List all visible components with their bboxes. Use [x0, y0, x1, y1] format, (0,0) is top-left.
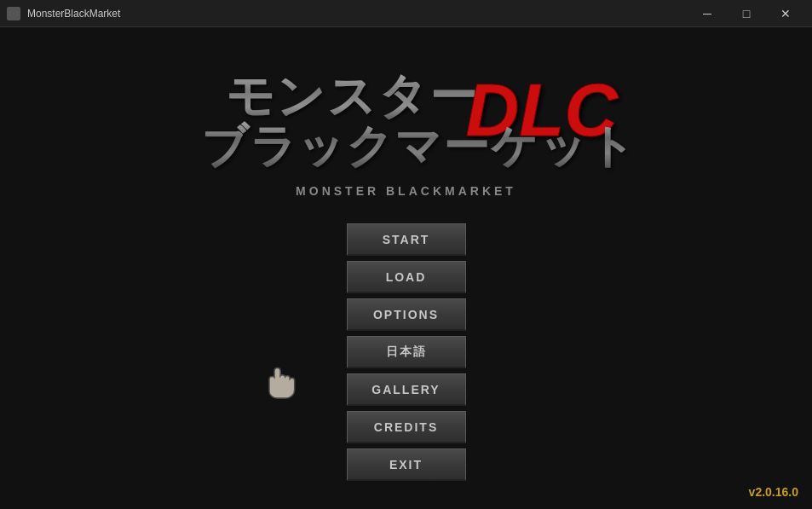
app-icon [7, 7, 20, 20]
window-title: MonsterBlackMarket [27, 8, 120, 20]
maximize-button[interactable]: □ [727, 0, 766, 27]
logo-svg: モンスター DLC ブラックマーケット [168, 61, 645, 181]
close-button[interactable]: ✕ [766, 0, 805, 27]
main-content: モンスター DLC ブラックマーケット MONSTER BLACKMARKET … [0, 27, 812, 509]
subtitle-text: MONSTER BLACKMARKET [296, 184, 516, 198]
svg-text:ブラックマーケット: ブラックマーケット [200, 120, 636, 171]
gallery-button[interactable]: GALLERY [347, 373, 466, 406]
menu-buttons: START LOAD OPTIONS 日本語 GALLERY CREDITS E… [347, 223, 466, 481]
title-bar: MonsterBlackMarket ─ □ ✕ [0, 0, 812, 27]
svg-text:モンスター: モンスター [225, 69, 479, 123]
options-button[interactable]: OPTIONS [347, 298, 466, 331]
minimize-button[interactable]: ─ [688, 0, 727, 27]
language-button[interactable]: 日本語 [347, 336, 466, 368]
title-bar-left: MonsterBlackMarket [7, 7, 120, 20]
logo-area: モンスター DLC ブラックマーケット MONSTER BLACKMARKET [168, 61, 645, 198]
load-button[interactable]: LOAD [347, 261, 466, 293]
version-text: v2.0.16.0 [749, 485, 798, 499]
credits-button[interactable]: CREDITS [347, 411, 466, 443]
window-controls: ─ □ ✕ [688, 0, 805, 27]
exit-button[interactable]: EXIT [347, 448, 466, 481]
cursor-hand [264, 364, 298, 402]
start-button[interactable]: START [347, 223, 466, 256]
logo-container: モンスター DLC ブラックマーケット MONSTER BLACKMARKET [168, 61, 645, 198]
